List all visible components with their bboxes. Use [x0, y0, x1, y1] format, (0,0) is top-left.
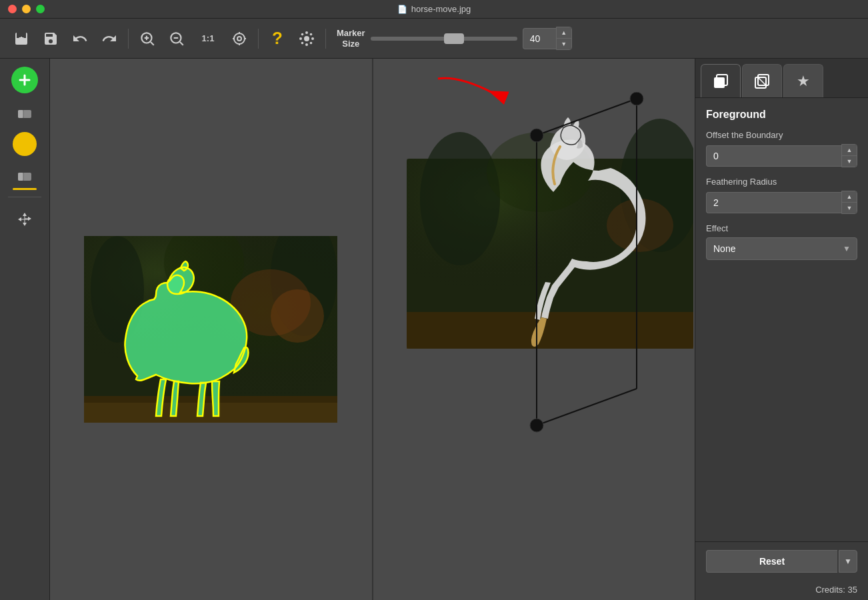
right-canvas-svg: [407, 92, 693, 479]
offset-boundary-increment[interactable]: ▲: [842, 145, 857, 155]
section-title: Foreground: [706, 109, 857, 121]
zoom-fit-button[interactable]: [226, 25, 253, 52]
svg-rect-57: [758, 75, 769, 85]
offset-boundary-spinners: ▲ ▼: [841, 144, 857, 167]
left-divider: [8, 197, 41, 197]
marker-size-increment[interactable]: ▲: [557, 27, 571, 38]
zoom-in-button[interactable]: [134, 25, 161, 52]
effect-dropdown[interactable]: None Blur Sharpen: [706, 237, 857, 260]
svg-rect-26: [18, 173, 23, 181]
slider-thumb[interactable]: [444, 33, 464, 44]
eraser2-group: [9, 160, 40, 190]
svg-point-40: [420, 132, 500, 265]
magic-button[interactable]: [293, 25, 320, 52]
brush-color-button[interactable]: [13, 132, 37, 156]
feathering-radius-spinners: ▲ ▼: [841, 191, 857, 214]
panel-content: Foreground Offset the Boundary ▲ ▼ Feath…: [695, 98, 868, 331]
feathering-radius-increment[interactable]: ▲: [842, 191, 857, 202]
left-canvas-panel[interactable]: [50, 59, 373, 600]
feathering-radius-label: Feathering Radius: [706, 177, 857, 187]
save-to-disk-button[interactable]: [8, 25, 35, 52]
marker-size-label: Marker Size: [337, 28, 365, 49]
eraser2-button[interactable]: [9, 160, 40, 191]
feathering-radius-decrement[interactable]: ▼: [842, 203, 857, 213]
save-button[interactable]: [37, 25, 64, 52]
title-bar: 📄 horse-move.jpg: [0, 0, 868, 19]
svg-point-37: [271, 289, 324, 343]
redo-button[interactable]: [96, 25, 123, 52]
zoom-actual-button[interactable]: 1:1: [193, 25, 223, 52]
svg-point-13: [304, 36, 309, 41]
svg-rect-56: [755, 77, 766, 88]
offset-boundary-input-row: ▲ ▼: [706, 144, 857, 167]
effect-section: Effect None Blur Sharpen ▼: [706, 223, 857, 260]
panel-bottom: Reset ▼: [695, 541, 868, 581]
reset-button[interactable]: Reset: [706, 550, 837, 573]
feathering-radius-input[interactable]: [706, 192, 841, 213]
divider-3: [325, 29, 326, 49]
svg-point-19: [310, 33, 313, 35]
svg-point-18: [301, 33, 304, 35]
svg-rect-32: [84, 403, 337, 423]
traffic-lights: [8, 5, 45, 13]
marker-size-input-group: ▲ ▼: [523, 27, 572, 50]
effect-dropdown-row: None Blur Sharpen ▼: [706, 237, 857, 260]
svg-line-48: [537, 389, 637, 425]
credits-text: Credits: 35: [815, 585, 857, 595]
offset-boundary-label: Offset the Boundary: [706, 130, 857, 140]
offset-boundary-decrement[interactable]: ▼: [842, 156, 857, 167]
marker-size-slider[interactable]: [371, 37, 517, 41]
left-toolbar: [0, 59, 50, 600]
marker-size-input[interactable]: [523, 28, 556, 49]
marker-size-section: Marker Size ▲ ▼: [337, 27, 572, 50]
subtract-layer-tab[interactable]: [742, 64, 782, 97]
main-area: ★ Foreground Offset the Boundary ▲ ▼: [0, 59, 868, 600]
minimize-button[interactable]: [22, 5, 31, 13]
eraser-button[interactable]: [9, 97, 40, 128]
panel-spacer: [695, 331, 868, 542]
reset-dropdown-button[interactable]: ▼: [839, 550, 857, 573]
svg-rect-23: [18, 110, 23, 118]
zoom-out-button[interactable]: [163, 25, 190, 52]
marker-size-decrement[interactable]: ▼: [557, 39, 571, 49]
undo-button[interactable]: [67, 25, 93, 52]
svg-line-58: [758, 77, 766, 85]
move-tool-button[interactable]: [9, 204, 40, 235]
svg-point-14: [305, 31, 308, 34]
svg-point-16: [299, 37, 302, 40]
svg-point-50: [530, 419, 543, 432]
close-button[interactable]: [8, 5, 17, 13]
offset-boundary-input[interactable]: [706, 145, 841, 167]
favorites-tab[interactable]: ★: [783, 64, 823, 97]
canvas-area[interactable]: [50, 59, 695, 600]
divider-2: [258, 29, 259, 49]
svg-point-20: [301, 41, 304, 44]
marker-size-spinners: ▲ ▼: [556, 27, 572, 50]
window-title: 📄 horse-move.jpg: [397, 4, 471, 14]
copy-layer-tab[interactable]: [701, 64, 741, 97]
left-horse-image: [84, 236, 337, 423]
svg-line-5: [180, 42, 183, 45]
svg-point-49: [530, 129, 543, 142]
tab-row: ★: [695, 59, 868, 98]
svg-line-1: [151, 42, 154, 45]
title-text: horse-move.jpg: [411, 4, 471, 14]
svg-point-51: [630, 92, 643, 105]
help-button[interactable]: ?: [264, 25, 291, 52]
svg-point-15: [305, 43, 308, 46]
feathering-radius-section: Feathering Radius ▲ ▼: [706, 177, 857, 214]
right-panel: ★ Foreground Offset the Boundary ▲ ▼: [695, 59, 868, 600]
right-canvas-panel[interactable]: [373, 59, 695, 600]
svg-line-45: [537, 99, 637, 135]
divider-1: [128, 29, 129, 49]
add-foreground-button[interactable]: [11, 67, 38, 93]
svg-point-8: [237, 37, 241, 41]
feathering-radius-input-row: ▲ ▼: [706, 191, 857, 214]
effect-label: Effect: [706, 223, 857, 233]
svg-point-21: [310, 41, 313, 44]
maximize-button[interactable]: [36, 5, 45, 13]
credits-display: Credits: 35: [695, 581, 868, 600]
svg-point-7: [234, 33, 245, 44]
active-tool-indicator: [13, 188, 37, 190]
svg-point-17: [311, 37, 314, 40]
